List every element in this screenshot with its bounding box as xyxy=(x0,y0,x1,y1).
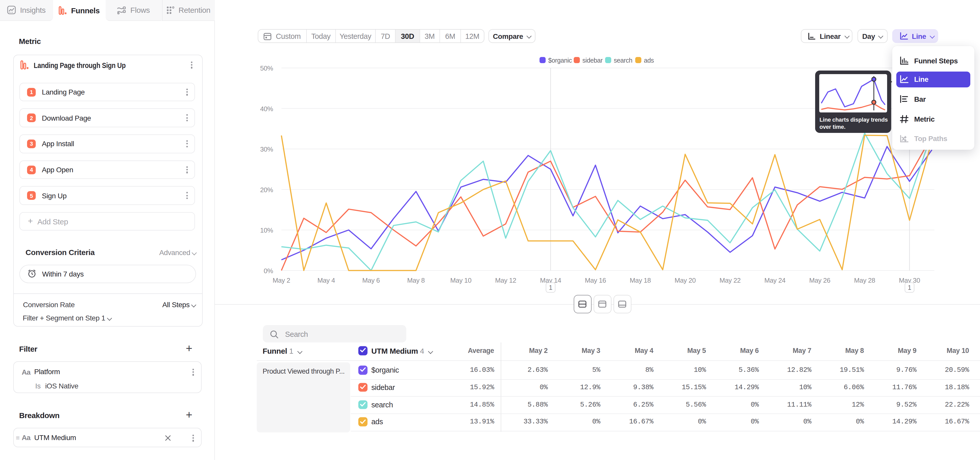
svg-text:20%: 20% xyxy=(260,186,273,194)
svg-text:0%: 0% xyxy=(263,267,273,275)
svg-text:1: 1 xyxy=(907,284,911,291)
svg-text:May 2: May 2 xyxy=(272,276,290,284)
svg-text:$organic: $organic xyxy=(548,57,572,64)
svg-text:May 4: May 4 xyxy=(317,276,335,284)
svg-text:May 28: May 28 xyxy=(854,276,875,284)
svg-text:May 6: May 6 xyxy=(362,276,380,284)
svg-text:May 26: May 26 xyxy=(809,276,830,284)
svg-text:50%: 50% xyxy=(260,64,273,72)
svg-text:May 18: May 18 xyxy=(630,276,651,284)
svg-text:1: 1 xyxy=(549,284,552,291)
svg-text:10%: 10% xyxy=(260,227,273,234)
svg-text:40%: 40% xyxy=(260,105,273,113)
svg-text:May 22: May 22 xyxy=(719,276,740,284)
svg-text:May 16: May 16 xyxy=(585,276,606,284)
svg-text:May 10: May 10 xyxy=(450,276,471,284)
svg-text:May 24: May 24 xyxy=(764,276,785,284)
svg-text:May 8: May 8 xyxy=(407,276,425,284)
svg-text:search: search xyxy=(614,57,632,64)
svg-text:sidebar: sidebar xyxy=(582,57,602,64)
svg-text:ads: ads xyxy=(644,57,654,64)
svg-text:May 20: May 20 xyxy=(674,276,695,284)
svg-text:May 12: May 12 xyxy=(495,276,516,284)
svg-text:30%: 30% xyxy=(260,145,273,153)
